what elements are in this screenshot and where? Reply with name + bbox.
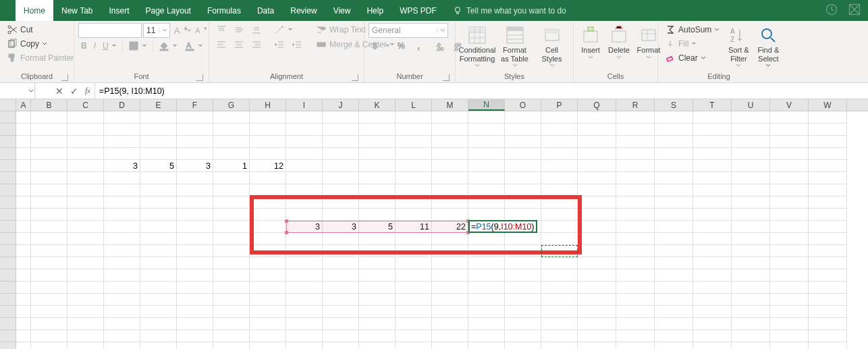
cell-T10[interactable] bbox=[693, 221, 732, 233]
row-header-12[interactable] bbox=[0, 245, 16, 257]
cell-S2[interactable] bbox=[655, 124, 693, 136]
cell-Q1[interactable] bbox=[578, 111, 616, 124]
cell-N2[interactable] bbox=[468, 124, 505, 136]
cell-S12[interactable] bbox=[655, 245, 693, 257]
col-header-F[interactable]: F bbox=[177, 99, 213, 111]
underline-button[interactable]: U bbox=[100, 40, 119, 52]
cell-K5[interactable] bbox=[359, 160, 396, 172]
cell-J13[interactable] bbox=[323, 257, 359, 269]
cell-C8[interactable] bbox=[67, 196, 104, 209]
comma-button[interactable]: , bbox=[412, 39, 428, 53]
cell-D10[interactable] bbox=[104, 221, 140, 233]
cell-D7[interactable] bbox=[104, 184, 140, 196]
cell-Q2[interactable] bbox=[578, 124, 616, 136]
cell-D18[interactable] bbox=[104, 318, 140, 330]
cell-A1[interactable] bbox=[16, 111, 31, 124]
cell-U11[interactable] bbox=[732, 233, 770, 245]
cell-O11[interactable] bbox=[505, 233, 541, 245]
cell-D17[interactable] bbox=[104, 306, 140, 318]
tab-review[interactable]: Review bbox=[282, 0, 325, 21]
cell-G2[interactable] bbox=[213, 124, 250, 136]
cell-J14[interactable] bbox=[323, 269, 359, 281]
cell-O20[interactable] bbox=[505, 342, 541, 349]
col-header-I[interactable]: I bbox=[286, 99, 323, 111]
cell-S5[interactable] bbox=[655, 160, 693, 172]
cell-K15[interactable] bbox=[359, 281, 396, 294]
cell-L12[interactable] bbox=[396, 245, 432, 257]
cell-Q20[interactable] bbox=[578, 342, 616, 349]
borders-button[interactable] bbox=[126, 39, 150, 53]
cell-N1[interactable] bbox=[468, 111, 505, 124]
cell-M2[interactable] bbox=[432, 124, 468, 136]
cell-I2[interactable] bbox=[286, 124, 323, 136]
cell-W13[interactable] bbox=[809, 257, 847, 269]
cell-D14[interactable] bbox=[104, 269, 140, 281]
cell-R17[interactable] bbox=[616, 306, 655, 318]
cell-J15[interactable] bbox=[323, 281, 359, 294]
cell-L20[interactable] bbox=[396, 342, 432, 349]
orientation-button[interactable] bbox=[271, 23, 296, 36]
cell-H20[interactable] bbox=[250, 342, 286, 349]
cell-Q11[interactable] bbox=[578, 233, 616, 245]
cell-C12[interactable] bbox=[67, 245, 104, 257]
cell-O8[interactable] bbox=[505, 196, 541, 209]
cell-M18[interactable] bbox=[432, 318, 468, 330]
cell-P2[interactable] bbox=[541, 124, 578, 136]
tab-wps-pdf[interactable]: WPS PDF bbox=[391, 0, 445, 21]
cell-C11[interactable] bbox=[67, 233, 104, 245]
cell-E12[interactable] bbox=[140, 245, 177, 257]
cell-P20[interactable] bbox=[541, 342, 578, 349]
cell-O12[interactable] bbox=[505, 245, 541, 257]
alignment-dialog-launcher[interactable] bbox=[352, 74, 358, 81]
cell-V1[interactable] bbox=[770, 111, 809, 124]
cell-K1[interactable] bbox=[359, 111, 396, 124]
cell-T1[interactable] bbox=[693, 111, 732, 124]
cell-G20[interactable] bbox=[213, 342, 250, 349]
cell-J18[interactable] bbox=[323, 318, 359, 330]
cell-P8[interactable] bbox=[541, 196, 578, 209]
cell-N16[interactable] bbox=[468, 294, 505, 306]
cell-T12[interactable] bbox=[693, 245, 732, 257]
col-header-O[interactable]: O bbox=[505, 99, 541, 111]
cell-A9[interactable] bbox=[16, 209, 31, 221]
align-right-button[interactable] bbox=[248, 38, 265, 51]
cell-I5[interactable] bbox=[286, 160, 323, 172]
cell-G16[interactable] bbox=[213, 294, 250, 306]
cell-O17[interactable] bbox=[505, 306, 541, 318]
cell-H15[interactable] bbox=[250, 281, 286, 294]
cell-Q15[interactable] bbox=[578, 281, 616, 294]
cell-D13[interactable] bbox=[104, 257, 140, 269]
cell-H16[interactable] bbox=[250, 294, 286, 306]
cell-O14[interactable] bbox=[505, 269, 541, 281]
col-header-J[interactable]: J bbox=[323, 99, 359, 111]
cell-E9[interactable] bbox=[140, 209, 177, 221]
cell-G7[interactable] bbox=[213, 184, 250, 196]
cell-K9[interactable] bbox=[359, 209, 396, 221]
cell-S17[interactable] bbox=[655, 306, 693, 318]
tab-formulas[interactable]: Formulas bbox=[199, 0, 249, 21]
cell-L1[interactable] bbox=[396, 111, 432, 124]
cell-A16[interactable] bbox=[16, 294, 31, 306]
cell-F11[interactable] bbox=[177, 233, 213, 245]
cell-U9[interactable] bbox=[732, 209, 770, 221]
cell-U18[interactable] bbox=[732, 318, 770, 330]
cell-J17[interactable] bbox=[323, 306, 359, 318]
row-header-4[interactable] bbox=[0, 148, 16, 160]
cell-B14[interactable] bbox=[31, 269, 67, 281]
bold-button[interactable]: B bbox=[78, 40, 90, 52]
cell-E18[interactable] bbox=[140, 318, 177, 330]
cell-J4[interactable] bbox=[323, 148, 359, 160]
cell-J19[interactable] bbox=[323, 330, 359, 342]
col-header-C[interactable]: C bbox=[67, 99, 104, 111]
cell-R2[interactable] bbox=[616, 124, 655, 136]
cell-F5[interactable]: 3 bbox=[177, 160, 213, 172]
cell-H3[interactable] bbox=[250, 136, 286, 148]
cell-W7[interactable] bbox=[809, 184, 847, 196]
cell-L10[interactable]: 11 bbox=[396, 221, 432, 233]
cell-F4[interactable] bbox=[177, 148, 213, 160]
cell-S16[interactable] bbox=[655, 294, 693, 306]
cell-B16[interactable] bbox=[31, 294, 67, 306]
cell-J1[interactable] bbox=[323, 111, 359, 124]
font-dialog-launcher[interactable] bbox=[196, 74, 203, 81]
cell-K20[interactable] bbox=[359, 342, 396, 349]
